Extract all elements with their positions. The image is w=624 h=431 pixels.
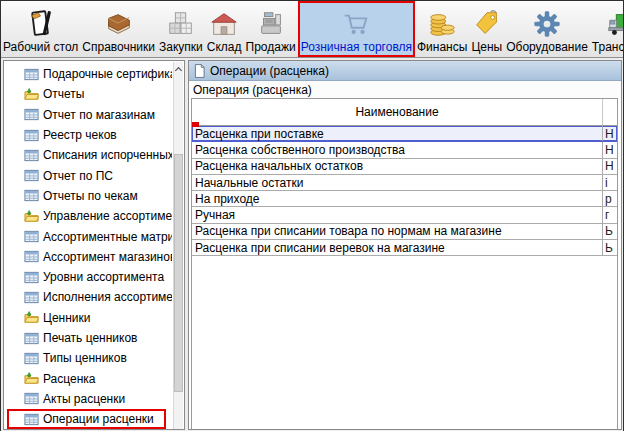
table-icon — [24, 290, 39, 305]
sidebar-item[interactable]: Отчет по ПС — [4, 165, 172, 185]
toolbar-item[interactable]: Продажи — [244, 1, 298, 57]
toolbar-item[interactable]: Рабочий стол — [1, 1, 80, 57]
sidebar-item-label: Операции расценки — [43, 412, 154, 426]
sidebar-scrollbar[interactable] — [173, 62, 183, 429]
main-toolbar: Рабочий стол Справочники Закупки Склад П… — [1, 1, 623, 58]
column-header-secondary — [602, 99, 617, 125]
sidebar-item[interactable]: Ассортимент магазинов — [4, 247, 172, 267]
row-col2-fragment: і — [602, 175, 617, 190]
table-row[interactable]: Начальные остатки і — [192, 175, 617, 191]
sidebar-item-label: Расценка — [43, 372, 96, 386]
sidebar-item[interactable]: Исполнения ассортимента — [4, 287, 172, 307]
sidebar-item-label: Отчеты по чекам — [43, 189, 138, 203]
content-area: Подарочные сертификаты Отчеты Отчет по м… — [1, 58, 623, 430]
folder-icon — [24, 209, 39, 224]
sidebar-item-label: Ассортиментные матрицы — [43, 230, 172, 244]
row-name: На приходе — [192, 192, 602, 206]
folder-icon — [24, 371, 39, 386]
price-tag-icon — [472, 9, 502, 39]
sidebar-item[interactable]: Расценка — [4, 368, 172, 388]
sidebar-item[interactable]: Операции расценки — [7, 409, 166, 429]
row-name: Начальные остатки — [192, 176, 602, 190]
table-row[interactable]: Расценка собственного производства Н — [192, 142, 617, 158]
toolbar-item[interactable]: Склад — [205, 1, 244, 57]
desktop-icon — [26, 9, 56, 39]
toolbar-item[interactable]: Финансы — [415, 1, 469, 57]
toolbar-item[interactable]: Розничная торговля — [298, 1, 415, 57]
toolbar-item[interactable]: Цены — [469, 1, 504, 57]
sidebar-item[interactable]: Управление ассортиментом — [4, 206, 172, 226]
toolbar-item-label: Оборудование — [506, 41, 588, 54]
toolbar-item[interactable]: Закупки — [157, 1, 205, 57]
row-name: Расценка при поставке — [192, 127, 602, 141]
toolbar-item[interactable]: Справочники — [80, 1, 157, 57]
table-icon — [24, 188, 39, 203]
row-name: Расценка при списании товара по нормам н… — [192, 224, 602, 238]
table-icon — [24, 148, 39, 163]
column-header-name: Наименование — [192, 105, 602, 119]
cart-icon — [341, 9, 371, 39]
folder-icon — [24, 87, 39, 102]
sidebar-item-label: Подарочные сертификаты — [43, 67, 172, 81]
toolbar-item-label: Розничная торговля — [301, 41, 412, 54]
row-name: Расценка начальных остатков — [192, 159, 602, 173]
table-icon — [24, 331, 39, 346]
folder-icon — [24, 310, 39, 325]
truck-icon — [606, 9, 623, 39]
toolbar-item[interactable]: Транспорт — [590, 1, 623, 57]
book-icon — [104, 9, 134, 39]
row-col2-fragment: р — [602, 191, 617, 206]
table-icon — [24, 412, 39, 427]
table-icon — [24, 168, 39, 183]
table-icon — [24, 107, 39, 122]
toolbar-item-label: Закупки — [159, 41, 203, 54]
table-row[interactable]: На приходе р — [192, 191, 617, 207]
row-col2-fragment: г — [602, 207, 617, 222]
navigation-tree: Подарочные сертификаты Отчеты Отчет по м… — [3, 60, 185, 430]
table-row[interactable]: Расценка при списании товара по нормам н… — [192, 224, 617, 240]
sidebar-item[interactable]: Отчет по магазинам — [4, 105, 172, 125]
red-annotation-marker — [192, 122, 199, 127]
table-row[interactable]: Ручная г — [192, 207, 617, 223]
sidebar-item-label: Печать ценников — [43, 331, 137, 345]
scroll-up-button[interactable] — [174, 62, 183, 75]
sidebar-item[interactable]: Печать ценников — [4, 328, 172, 348]
sidebar-item[interactable]: Списания испорченных ПС — [4, 145, 172, 165]
table-icon — [24, 67, 39, 82]
row-name: Ручная — [192, 208, 602, 222]
sidebar-item-label: Уровни ассортимента — [43, 270, 164, 284]
sidebar-item-label: Ценники — [43, 311, 90, 325]
table-header-row: Наименование — [192, 98, 617, 126]
coins-icon — [427, 9, 457, 39]
row-name: Расценка при списании веревок на магазин… — [192, 241, 602, 255]
toolbar-item-label: Цены — [471, 41, 502, 54]
sidebar-item[interactable]: Типы ценников — [4, 348, 172, 368]
main-panel: Операции (расценка) Операция (расценка) … — [188, 60, 622, 430]
cash-register-icon — [256, 9, 286, 39]
sidebar-item-label: Акты расценки — [43, 392, 125, 406]
table-icon — [24, 229, 39, 244]
sidebar-item[interactable]: Ассортиментные матрицы — [4, 226, 172, 246]
sidebar-item[interactable]: Уровни ассортимента — [4, 267, 172, 287]
sidebar-item-label: Исполнения ассортимента — [43, 290, 172, 304]
table-row[interactable]: Расценка при поставке Н — [192, 126, 617, 142]
sidebar-item[interactable]: Подарочные сертификаты — [4, 64, 172, 84]
row-col2-fragment: Ь — [602, 224, 617, 239]
sidebar-item[interactable]: Отчеты — [4, 84, 172, 104]
sidebar-item[interactable]: Реестр чеков — [4, 125, 172, 145]
sidebar-item[interactable]: Отчеты по чекам — [4, 186, 172, 206]
table-icon — [24, 391, 39, 406]
panel-title: Операции (расценка) — [210, 64, 329, 78]
sidebar-item-label: Отчеты — [43, 87, 84, 101]
toolbar-item-label: Справочники — [82, 41, 155, 54]
table-row[interactable]: Расценка при списании веревок на магазин… — [192, 240, 617, 256]
sidebar-item[interactable]: Акты расценки — [4, 389, 172, 409]
scrollbar-thumb[interactable] — [174, 154, 183, 392]
panel-subtitle: Операция (расценка) — [189, 81, 621, 98]
sidebar-item[interactable]: Ценники — [4, 308, 172, 328]
sidebar-item-label: Отчет по ПС — [43, 169, 113, 183]
toolbar-item[interactable]: Оборудование — [504, 1, 590, 57]
toolbar-item-label: Склад — [207, 41, 242, 54]
sidebar-item-label: Ассортимент магазинов — [43, 250, 172, 264]
table-row[interactable]: Расценка начальных остатков Н — [192, 159, 617, 175]
